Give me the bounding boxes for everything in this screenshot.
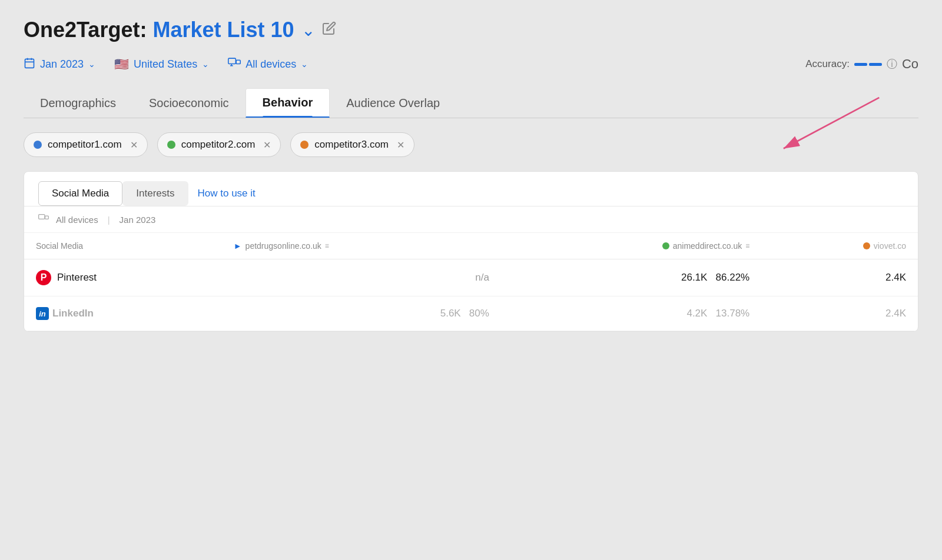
country-chevron-icon: ⌄ [202,59,209,69]
competitor-label-3: competitor3.com [314,139,389,151]
calendar-icon [24,57,35,72]
date-label: Jan 2023 [40,58,84,71]
con-label: Co [902,56,918,72]
country-filter[interactable]: 🇺🇸 United States ⌄ [114,57,209,71]
tab-behavior[interactable]: Behavior [246,88,330,118]
devices-label: All devices [246,58,296,71]
sub-tabs-row: Social Media Interests How to use it [24,172,918,206]
pinterest-icon: P [36,270,51,285]
competitor-tag-2[interactable]: competitor2.com ✕ [157,132,281,157]
chevron-right-icon: ► [234,241,242,251]
edit-icon[interactable] [322,21,336,39]
accuracy-bar [854,63,882,66]
sub-filters-row: All devices | Jan 2023 [24,206,918,233]
date-chevron-icon: ⌄ [88,59,95,69]
tab-demographics[interactable]: Demographics [24,88,132,118]
competitor-close-2[interactable]: ✕ [263,139,271,151]
date-filter[interactable]: Jan 2023 ⌄ [24,57,95,72]
table-header-row: Social Media ► petdrugsonline.co.uk ≡ an… [24,233,918,259]
divider: | [108,215,110,225]
competitor-tag-3[interactable]: competitor3.com ✕ [290,132,414,157]
competitors-row: competitor1.com ✕ competitor2.com ✕ comp… [24,132,918,157]
accuracy-bar-segment-2 [869,63,882,66]
cell-linkedin-val2: 4.2K 13.78% [501,296,761,331]
svg-rect-10 [39,215,45,219]
cell-linkedin-val1: 5.6K 80% [222,296,501,331]
sub-devices-label: All devices [56,215,98,225]
col-header-site3: viovet.co [761,233,918,259]
table-row-pinterest: P Pinterest n/a 26.1K 86.22% 2.4K [24,259,918,296]
cell-pinterest-val2: 26.1K 86.22% [501,259,761,296]
flag-icon: 🇺🇸 [114,57,129,71]
title-chevron-icon[interactable]: ⌄ [301,21,315,40]
content-card: Social Media Interests How to use it All… [24,171,918,332]
svg-rect-5 [236,60,240,64]
nav-tabs: Demographics Socioeconomic Behavior Audi… [24,88,918,118]
competitor-dot-3 [300,141,309,149]
info-icon[interactable]: ⓘ [887,57,897,71]
col-header-label: Social Media [24,233,222,259]
sub-date-label: Jan 2023 [120,215,156,225]
sort-icon-1: ≡ [325,242,329,250]
linkedin-icon: in [36,307,49,320]
col-header-site2: animeddirect.co.uk ≡ [501,233,761,259]
competitor-label-2: competitor2.com [181,139,256,151]
col-header-site1: ► petdrugsonline.co.uk ≡ [222,233,501,259]
table-row-linkedin: in LinkedIn 5.6K 80% 4.2K 13.78% [24,296,918,331]
accuracy-label: Accuracy: [805,58,850,70]
svg-rect-0 [25,59,34,68]
devices-filter[interactable]: All devices ⌄ [228,57,308,72]
sub-devices-icon [38,214,49,225]
page-wrapper: One2Target: Market List 10 ⌄ Jan 2023 ⌄ [0,0,942,560]
tab-audience-overlap[interactable]: Audience Overlap [330,88,456,118]
sub-tab-social-media[interactable]: Social Media [38,181,122,206]
header-dot-green [662,242,669,249]
competitor-close-1[interactable]: ✕ [130,139,138,151]
competitor-dot-2 [167,141,175,149]
sub-tab-interests[interactable]: Interests [122,181,188,206]
competitor-tag-1[interactable]: competitor1.com ✕ [24,132,148,157]
page-title-section: One2Target: Market List 10 ⌄ [24,18,918,42]
country-label: United States [134,58,197,71]
svg-rect-4 [228,58,236,64]
page-title: One2Target: Market List 10 [24,18,294,42]
competitor-close-3[interactable]: ✕ [397,139,404,151]
competitor-label-1: competitor1.com [48,139,122,151]
cell-linkedin-label: in LinkedIn [24,296,222,331]
svg-rect-11 [45,216,49,219]
cell-pinterest-label: P Pinterest [24,259,222,296]
accuracy-bar-segment-1 [854,63,867,66]
cell-pinterest-val1: n/a [222,259,501,296]
cell-pinterest-val3: 2.4K [761,259,918,296]
header-dot-orange [863,242,870,249]
devices-chevron-icon: ⌄ [301,59,308,69]
devices-icon [228,57,241,72]
cell-linkedin-val3: 2.4K [761,296,918,331]
filters-row: Jan 2023 ⌄ 🇺🇸 United States ⌄ All device… [24,56,918,72]
how-to-link[interactable]: How to use it [198,188,256,199]
tab-socioeconomic[interactable]: Socioeconomic [132,88,246,118]
competitor-dot-1 [34,141,42,149]
sort-icon-2: ≡ [745,242,749,250]
data-table: Social Media ► petdrugsonline.co.uk ≡ an… [24,233,918,331]
accuracy-section: Accuracy: ⓘ Co [805,56,918,72]
